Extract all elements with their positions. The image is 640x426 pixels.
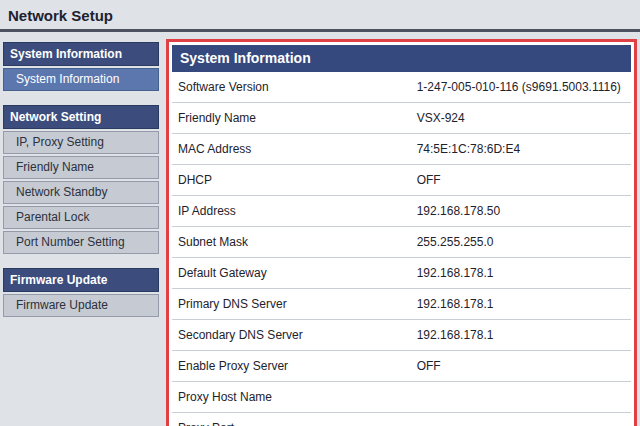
row-label: Secondary DNS Server — [172, 320, 411, 351]
sidebar-item-friendly-name[interactable]: Friendly Name — [3, 156, 159, 179]
table-row: Enable Proxy ServerOFF — [172, 351, 631, 382]
sidebar-item-network-standby[interactable]: Network Standby — [3, 181, 159, 204]
row-label: Enable Proxy Server — [172, 351, 411, 382]
row-value: VSX-924 — [411, 103, 631, 134]
table-row: Friendly NameVSX-924 — [172, 103, 631, 134]
main-layout: System InformationSystem InformationNetw… — [0, 32, 640, 426]
row-label: Proxy Port — [172, 413, 411, 426]
row-value: 1-247-005-010-116 (s9691.5003.1116) — [411, 72, 631, 103]
row-value: 255.255.255.0 — [411, 227, 631, 258]
row-value: 192.168.178.1 — [411, 258, 631, 289]
sidebar-section: Firmware UpdateFirmware Update — [3, 268, 159, 317]
sidebar-item-ip-proxy-setting[interactable]: IP, Proxy Setting — [3, 131, 159, 154]
sidebar-section: Network SettingIP, Proxy SettingFriendly… — [3, 105, 159, 254]
row-value: OFF — [411, 165, 631, 196]
row-label: Primary DNS Server — [172, 289, 411, 320]
row-label: Friendly Name — [172, 103, 411, 134]
content-title: System Information — [172, 45, 631, 72]
row-label: IP Address — [172, 196, 411, 227]
page-header: Network Setup — [0, 0, 640, 32]
sidebar-item-port-number-setting[interactable]: Port Number Setting — [3, 231, 159, 254]
sidebar-section-header: Network Setting — [3, 105, 159, 129]
table-row: Proxy Host Name — [172, 382, 631, 413]
sidebar-item-system-information[interactable]: System Information — [3, 68, 159, 91]
row-label: Default Gateway — [172, 258, 411, 289]
content-frame: System Information Software Version1-247… — [166, 39, 637, 426]
table-row: Secondary DNS Server192.168.178.1 — [172, 320, 631, 351]
row-value — [411, 413, 631, 426]
row-value: 192.168.178.1 — [411, 320, 631, 351]
table-row: Primary DNS Server192.168.178.1 — [172, 289, 631, 320]
table-row: Default Gateway192.168.178.1 — [172, 258, 631, 289]
table-row: Proxy Port — [172, 413, 631, 426]
sidebar-section: System InformationSystem Information — [3, 42, 159, 91]
table-row: Subnet Mask255.255.255.0 — [172, 227, 631, 258]
table-row: MAC Address74:5E:1C:78:6D:E4 — [172, 134, 631, 165]
row-label: Proxy Host Name — [172, 382, 411, 413]
row-label: Software Version — [172, 72, 411, 103]
row-value — [411, 382, 631, 413]
table-row: IP Address192.168.178.50 — [172, 196, 631, 227]
sidebar-item-firmware-update[interactable]: Firmware Update — [3, 294, 159, 317]
row-label: MAC Address — [172, 134, 411, 165]
sidebar-section-header: Firmware Update — [3, 268, 159, 292]
row-value: 74:5E:1C:78:6D:E4 — [411, 134, 631, 165]
sidebar-section-header: System Information — [3, 42, 159, 66]
info-table-body: Software Version1-247-005-010-116 (s9691… — [172, 72, 631, 426]
sidebar-item-parental-lock[interactable]: Parental Lock — [3, 206, 159, 229]
row-value: 192.168.178.1 — [411, 289, 631, 320]
row-value: 192.168.178.50 — [411, 196, 631, 227]
row-label: DHCP — [172, 165, 411, 196]
page-title: Network Setup — [8, 7, 630, 24]
info-table: Software Version1-247-005-010-116 (s9691… — [172, 72, 631, 426]
sidebar: System InformationSystem InformationNetw… — [3, 42, 159, 331]
row-value: OFF — [411, 351, 631, 382]
table-row: Software Version1-247-005-010-116 (s9691… — [172, 72, 631, 103]
table-row: DHCPOFF — [172, 165, 631, 196]
row-label: Subnet Mask — [172, 227, 411, 258]
